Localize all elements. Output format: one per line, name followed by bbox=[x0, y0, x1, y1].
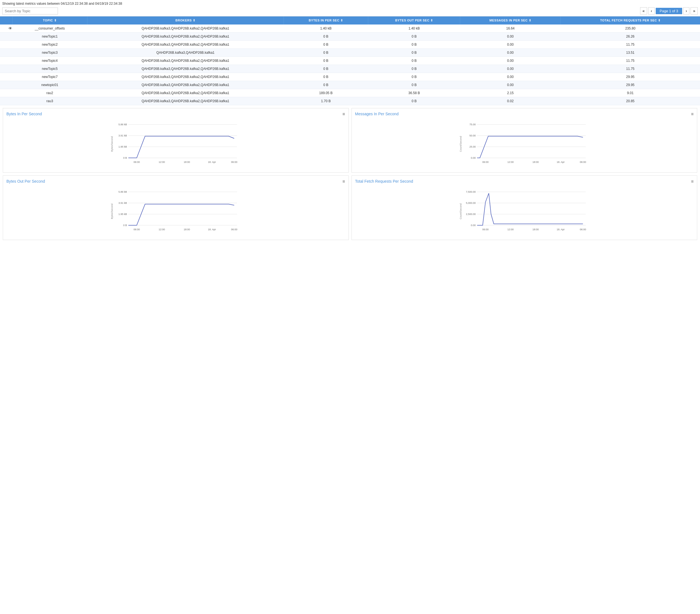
brokers-cell: QAHDP26B.kafka3,QAHDP26B.kafka2,QAHDP26B… bbox=[87, 97, 284, 105]
table-row: newTopic1QAHDP26B.kafka3,QAHDP26B.kafka2… bbox=[0, 33, 700, 41]
svg-text:1.95 kB: 1.95 kB bbox=[118, 213, 127, 215]
svg-text:2,500.00: 2,500.00 bbox=[466, 213, 475, 215]
messages-in-chart-area: Count/Second 75.00 50.00 25.00 0.00 06:0… bbox=[355, 119, 694, 169]
search-input[interactable] bbox=[2, 8, 58, 14]
svg-text:1.95 kB: 1.95 kB bbox=[118, 145, 127, 148]
svg-text:06:00: 06:00 bbox=[580, 228, 586, 231]
col-bytes-in[interactable]: BYTES IN PER SEC ⇕ bbox=[284, 16, 368, 25]
table-row: newTopic3QAHDP26B.kafka3,QAHDP26B.kafka1… bbox=[0, 49, 700, 57]
svg-text:18. Apr: 18. Apr bbox=[557, 161, 565, 163]
table-row: newTopic5QAHDP26B.kafka3,QAHDP26B.kafka2… bbox=[0, 65, 700, 73]
total-fetch-cell: 235.80 bbox=[561, 25, 700, 33]
total-fetch-chart-area: Count/Second 7,500.00 5,000.00 2,500.00 … bbox=[355, 186, 694, 236]
page-info: Page 1 of 3 bbox=[656, 8, 682, 14]
bytes-out-cell: 0 B bbox=[368, 57, 460, 65]
svg-text:Bytes/Second: Bytes/Second bbox=[111, 203, 113, 219]
bytes-in-chart-title: Bytes In Per Second bbox=[7, 112, 345, 116]
bytes-in-cell: 0 B bbox=[284, 49, 368, 57]
bytes-in-cell: 0 B bbox=[284, 33, 368, 41]
bytes-in-cell: 0 B bbox=[284, 81, 368, 89]
last-page-button[interactable]: » bbox=[690, 7, 698, 14]
brokers-cell: QAHDP26B.kafka3,QAHDP26B.kafka2,QAHDP26B… bbox=[87, 41, 284, 49]
toolbar: « ‹ Page 1 of 3 › » bbox=[2, 7, 698, 14]
bytes-out-menu-icon[interactable]: ≡ bbox=[342, 179, 345, 184]
first-page-button[interactable]: « bbox=[640, 7, 647, 14]
svg-text:12:00: 12:00 bbox=[159, 161, 165, 163]
total-fetch-cell: 20.85 bbox=[561, 97, 700, 105]
messages-in-cell: 0.00 bbox=[460, 49, 561, 57]
svg-text:18. Apr: 18. Apr bbox=[557, 228, 565, 231]
topic-cell: newTopic7 bbox=[12, 73, 87, 81]
svg-text:5.86 kB: 5.86 kB bbox=[118, 123, 127, 126]
eye-icon[interactable]: 👁 bbox=[8, 26, 12, 30]
prev-page-button[interactable]: ‹ bbox=[648, 7, 654, 14]
eye-icon-cell bbox=[0, 65, 12, 73]
messages-in-svg: Count/Second 75.00 50.00 25.00 0.00 06:0… bbox=[355, 119, 694, 169]
eye-icon-cell bbox=[0, 57, 12, 65]
svg-text:Count/Second: Count/Second bbox=[459, 136, 462, 152]
svg-text:0 B: 0 B bbox=[123, 224, 127, 227]
bytes-out-svg: Bytes/Second 5.86 kB 3.91 kB 1.95 kB 0 B… bbox=[7, 186, 345, 236]
bytes-out-cell: 0 B bbox=[368, 97, 460, 105]
bytes-out-chart-title: Bytes Out Per Second bbox=[7, 179, 345, 184]
brokers-cell: QAHDP26B.kafka3,QAHDP26B.kafka2,QAHDP26B… bbox=[87, 33, 284, 41]
bytes-in-chart-panel: Bytes In Per Second ≡ Bytes/Second 5.86 … bbox=[3, 108, 349, 173]
total-fetch-menu-icon[interactable]: ≡ bbox=[691, 179, 693, 184]
total-fetch-cell: 11.75 bbox=[561, 41, 700, 49]
col-topic[interactable]: TOPIC ⇕ bbox=[12, 16, 87, 25]
bytes-in-menu-icon[interactable]: ≡ bbox=[342, 112, 345, 117]
topic-cell: newTopic2 bbox=[12, 41, 87, 49]
svg-text:06:00: 06:00 bbox=[134, 228, 140, 231]
sort-icon-bytes-out: ⇕ bbox=[430, 18, 433, 22]
pagination: « ‹ Page 1 of 3 › » bbox=[640, 7, 698, 14]
col-eye bbox=[0, 16, 12, 25]
topic-cell: newTopic4 bbox=[12, 57, 87, 65]
svg-text:3.91 kB: 3.91 kB bbox=[118, 134, 127, 137]
table-row: rau2QAHDP26B.kafka3,QAHDP26B.kafka2,QAHD… bbox=[0, 89, 700, 97]
messages-in-cell: 0.00 bbox=[460, 81, 561, 89]
svg-text:18:00: 18:00 bbox=[184, 228, 190, 231]
bytes-out-cell: 0 B bbox=[368, 41, 460, 49]
svg-text:0.00: 0.00 bbox=[471, 156, 476, 159]
topic-cell: newTopic5 bbox=[12, 65, 87, 73]
bytes-in-cell: 0 B bbox=[284, 65, 368, 73]
svg-text:06:00: 06:00 bbox=[482, 228, 489, 231]
col-messages-in[interactable]: MESSAGES IN PER SEC ⇕ bbox=[460, 16, 561, 25]
messages-in-chart-panel: Messages In Per Second ≡ Count/Second 75… bbox=[351, 108, 698, 173]
svg-text:5,000.00: 5,000.00 bbox=[466, 202, 475, 204]
table-row: 👁__consumer_offsetsQAHDP26B.kafka3,QAHDP… bbox=[0, 25, 700, 33]
bytes-in-cell: 0 B bbox=[284, 73, 368, 81]
svg-text:7,500.00: 7,500.00 bbox=[466, 190, 475, 193]
eye-icon-cell bbox=[0, 33, 12, 41]
eye-icon-cell bbox=[0, 41, 12, 49]
svg-text:06:00: 06:00 bbox=[482, 161, 489, 163]
svg-text:0 B: 0 B bbox=[123, 156, 127, 159]
next-page-button[interactable]: › bbox=[683, 7, 690, 14]
total-fetch-cell: 11.75 bbox=[561, 65, 700, 73]
bytes-out-chart-area: Bytes/Second 5.86 kB 3.91 kB 1.95 kB 0 B… bbox=[7, 186, 345, 236]
bytes-in-cell: 0 B bbox=[284, 57, 368, 65]
sort-icon-messages-in: ⇕ bbox=[529, 18, 532, 22]
col-brokers[interactable]: BROKERS ⇕ bbox=[87, 16, 284, 25]
sort-icon-topic: ⇕ bbox=[54, 18, 57, 22]
charts-container: Bytes In Per Second ≡ Bytes/Second 5.86 … bbox=[0, 105, 700, 243]
bytes-in-chart-area: Bytes/Second 5.86 kB 3.91 kB 1.95 kB 0 B… bbox=[7, 119, 345, 169]
eye-icon-cell bbox=[0, 49, 12, 57]
topic-cell: rau2 bbox=[12, 89, 87, 97]
total-fetch-cell: 11.75 bbox=[561, 57, 700, 65]
svg-text:06:00: 06:00 bbox=[231, 161, 237, 163]
bytes-out-cell: 0 B bbox=[368, 73, 460, 81]
total-fetch-chart-panel: Total Fetch Requests Per Second ≡ Count/… bbox=[351, 175, 698, 240]
sort-icon-bytes-in: ⇕ bbox=[340, 18, 343, 22]
brokers-cell: QAHDP26B.kafka3,QAHDP26B.kafka2,QAHDP26B… bbox=[87, 81, 284, 89]
svg-text:25.00: 25.00 bbox=[470, 145, 476, 148]
total-fetch-cell: 26.26 bbox=[561, 33, 700, 41]
messages-in-menu-icon[interactable]: ≡ bbox=[691, 112, 693, 117]
table-row: newtopic01QAHDP26B.kafka3,QAHDP26B.kafka… bbox=[0, 81, 700, 89]
col-bytes-out[interactable]: BYTES OUT PER SEC ⇕ bbox=[368, 16, 460, 25]
topic-cell: newTopic1 bbox=[12, 33, 87, 41]
svg-text:0.00: 0.00 bbox=[471, 224, 476, 227]
col-total-fetch[interactable]: TOTAL FETCH REQUESTS PER SEC ⇕ bbox=[561, 16, 700, 25]
showing-text: Showing latest metrics values between 04… bbox=[2, 2, 698, 5]
messages-in-chart-title: Messages In Per Second bbox=[355, 112, 694, 116]
